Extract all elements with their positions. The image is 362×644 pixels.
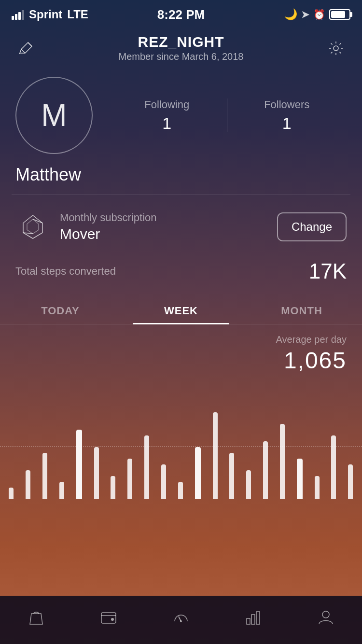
subscription-section: Monthly subscription Mover Change bbox=[0, 195, 362, 259]
chart-bar bbox=[144, 435, 149, 499]
chart-bar bbox=[111, 476, 115, 499]
svg-rect-9 bbox=[247, 618, 250, 624]
edit-icon bbox=[17, 40, 35, 57]
chart-bar bbox=[280, 424, 285, 499]
chart-bar bbox=[42, 453, 47, 499]
nav-profile[interactable] bbox=[306, 601, 345, 634]
chart-bar bbox=[178, 482, 183, 499]
svg-point-8 bbox=[180, 620, 182, 622]
subscription-plan: Mover bbox=[60, 226, 267, 242]
svg-point-0 bbox=[334, 46, 338, 51]
moon-icon: 🌙 bbox=[284, 8, 297, 21]
settings-button[interactable] bbox=[325, 38, 347, 59]
chart-bar bbox=[26, 470, 30, 499]
status-right: 🌙 ➤ ⏰ bbox=[284, 8, 350, 21]
svg-rect-11 bbox=[256, 612, 260, 624]
tab-today-label: TODAY bbox=[41, 305, 80, 317]
battery-icon bbox=[329, 9, 350, 20]
svg-line-3 bbox=[33, 219, 42, 223]
member-since-label: Member since March 6, 2018 bbox=[118, 51, 243, 62]
bar-chart-icon bbox=[242, 606, 265, 629]
chart-bar bbox=[246, 470, 251, 499]
svg-rect-10 bbox=[251, 615, 255, 624]
steps-value: 17K bbox=[309, 259, 347, 283]
header-title-block: REZ_NIGHT Member since March 6, 2018 bbox=[118, 34, 243, 62]
avg-per-day-value: 1,065 bbox=[15, 347, 347, 374]
nav-speedometer[interactable] bbox=[162, 601, 200, 634]
steps-section: Total steps converted 17K bbox=[0, 259, 362, 295]
chart-bar bbox=[331, 435, 336, 499]
chart-section: Average per day 1,065 bbox=[0, 324, 362, 378]
person-icon bbox=[315, 606, 337, 629]
chart-bar bbox=[9, 488, 14, 499]
tab-month-label: MONTH bbox=[281, 305, 322, 317]
signal-bar-3 bbox=[18, 12, 21, 20]
profile-section: M Following 1 Followers 1 bbox=[0, 67, 362, 159]
followers-stat[interactable]: Followers 1 bbox=[227, 98, 347, 133]
chart-bar bbox=[161, 464, 166, 499]
change-subscription-button[interactable]: Change bbox=[277, 212, 347, 241]
bottom-nav bbox=[0, 596, 362, 644]
signal-bars bbox=[12, 9, 24, 20]
network-type-label: LTE bbox=[67, 8, 88, 21]
speedometer-icon bbox=[170, 606, 192, 629]
svg-marker-2 bbox=[27, 219, 39, 234]
wallet-icon bbox=[97, 606, 120, 629]
tab-week-label: WEEK bbox=[164, 305, 198, 317]
chart-bar bbox=[59, 482, 64, 499]
chart-bar bbox=[213, 412, 218, 499]
chart-bar bbox=[76, 430, 82, 499]
following-stat[interactable]: Following 1 bbox=[107, 98, 227, 133]
bar-chart bbox=[0, 393, 362, 499]
following-value: 1 bbox=[107, 114, 227, 133]
chart-bar bbox=[229, 453, 234, 499]
profile-name: Matthew bbox=[0, 159, 362, 195]
shopping-bag-icon bbox=[25, 606, 47, 629]
settings-icon bbox=[327, 40, 345, 57]
nav-shop[interactable] bbox=[17, 601, 56, 634]
following-label: Following bbox=[107, 98, 227, 111]
tab-month[interactable]: MONTH bbox=[241, 295, 362, 324]
carrier-label: Sprint bbox=[29, 8, 62, 21]
tab-today[interactable]: TODAY bbox=[0, 295, 121, 324]
followers-value: 1 bbox=[227, 114, 347, 133]
profile-header: REZ_NIGHT Member since March 6, 2018 bbox=[0, 26, 362, 67]
mover-logo-icon bbox=[17, 211, 48, 242]
edit-button[interactable] bbox=[15, 38, 37, 59]
subscription-label: Monthly subscription bbox=[60, 211, 267, 224]
avg-per-day-label: Average per day bbox=[15, 334, 347, 345]
chart-bar bbox=[94, 447, 99, 499]
chart-bar bbox=[297, 459, 303, 499]
location-icon: ➤ bbox=[301, 9, 309, 20]
alarm-icon: ⏰ bbox=[313, 9, 325, 20]
status-bar: Sprint LTE 8:22 PM 🌙 ➤ ⏰ bbox=[0, 0, 362, 26]
svg-rect-5 bbox=[101, 613, 116, 623]
followers-label: Followers bbox=[227, 98, 347, 111]
signal-bar-4 bbox=[22, 10, 24, 20]
steps-label: Total steps converted bbox=[15, 265, 116, 278]
avatar-letter: M bbox=[41, 98, 67, 133]
chart-bar bbox=[195, 447, 201, 499]
avatar: M bbox=[15, 77, 93, 154]
svg-point-6 bbox=[111, 618, 114, 621]
tab-week[interactable]: WEEK bbox=[121, 295, 241, 324]
subscription-icon bbox=[15, 210, 50, 244]
username-label: REZ_NIGHT bbox=[118, 34, 243, 50]
svg-point-12 bbox=[322, 611, 329, 618]
stats-block: Following 1 Followers 1 bbox=[107, 98, 347, 133]
status-left: Sprint LTE bbox=[12, 8, 88, 21]
chart-bar bbox=[315, 476, 320, 499]
tabs-section: TODAY WEEK MONTH bbox=[0, 295, 362, 324]
chart-dotted-line bbox=[0, 446, 362, 447]
battery-fill bbox=[331, 11, 345, 18]
subscription-text: Monthly subscription Mover bbox=[60, 211, 267, 242]
status-time: 8:22 PM bbox=[157, 7, 205, 22]
chart-bar bbox=[348, 464, 353, 499]
chart-bar bbox=[263, 441, 268, 499]
nav-leaderboard[interactable] bbox=[234, 601, 273, 634]
nav-wallet[interactable] bbox=[89, 601, 128, 634]
signal-bar-2 bbox=[15, 14, 17, 20]
chart-bar bbox=[127, 459, 132, 499]
signal-bar-1 bbox=[12, 16, 14, 20]
